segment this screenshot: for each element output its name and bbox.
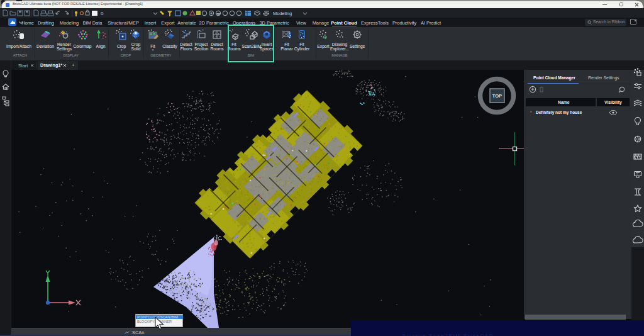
svg-text:Modeling: Modeling [273, 11, 292, 16]
svg-text:0: 0 [101, 11, 104, 16]
svg-text:TOP: TOP [492, 93, 502, 99]
